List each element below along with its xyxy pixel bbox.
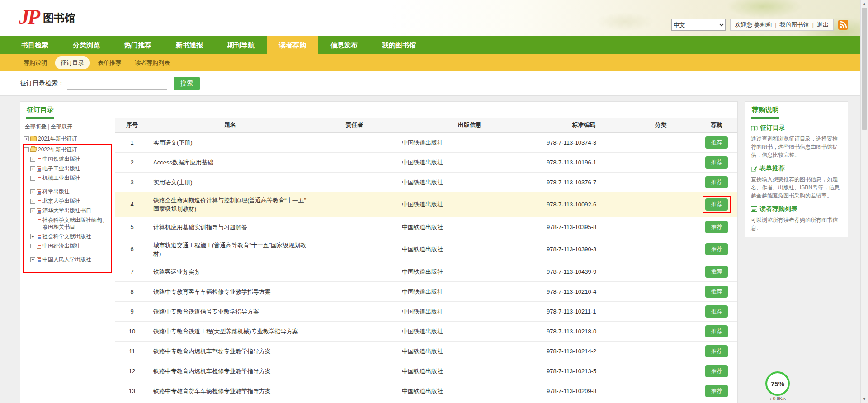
expand-icon[interactable]: + (30, 166, 35, 171)
recommend-button[interactable]: 推荐 (705, 176, 728, 188)
expand-icon[interactable]: + (30, 234, 35, 239)
expand-all-link[interactable]: 全部展开 (51, 123, 72, 130)
cell-no: 14 (115, 401, 149, 403)
recommend-button[interactable]: 推荐 (705, 243, 728, 255)
subnav-item-表单推荐[interactable]: 表单推荐 (92, 56, 127, 69)
cell-publisher: 中国铁道出版社 (397, 301, 542, 321)
recommend-button[interactable]: 推荐 (705, 266, 728, 278)
nav-item-新书通报[interactable]: 新书通报 (164, 36, 215, 54)
tree-item-中国经济出版社[interactable]: −中国经济出版社 (30, 241, 110, 251)
recommend-button[interactable]: 推荐 (705, 198, 728, 211)
cell-category (626, 262, 696, 281)
nav-item-读者荐购[interactable]: 读者荐购 (267, 36, 318, 54)
tree-item-科学出版社[interactable]: +科学出版社 (30, 187, 110, 197)
subnav-item-征订目录[interactable]: 征订目录 (55, 56, 90, 69)
expand-icon[interactable]: + (24, 136, 29, 141)
nav-item-分类浏览[interactable]: 分类浏览 (61, 36, 112, 54)
tree-item-社会科学文献出版社缅甸、泰国相关书目[interactable]: 社会科学文献出版社缅甸、泰国相关书目 (30, 216, 110, 232)
tree-item-清华大学出版社书目[interactable]: +清华大学出版社书目 (30, 206, 110, 216)
rss-icon[interactable] (838, 20, 848, 30)
cell-author (311, 381, 397, 401)
tree-item-社会科学文献出版社[interactable]: +社会科学文献出版社 (30, 232, 110, 241)
scrollbar-up-arrow[interactable]: ▲ (861, 0, 868, 8)
sidebar-section-link[interactable]: 征订目录 (751, 124, 842, 132)
folder-icon (30, 136, 37, 141)
tree-item-北京大学出版社[interactable]: +北京大学出版社 (30, 197, 110, 206)
tree-item-label: 中国人民大学出版社 (42, 256, 110, 263)
tree-item-中国人民大学出版社[interactable]: −中国人民大学出版社 (30, 255, 110, 264)
nav-item-信息发布[interactable]: 信息发布 (318, 36, 370, 54)
page-scrollbar[interactable]: ▲ ▼ (860, 0, 868, 403)
folder-open-icon (30, 147, 37, 152)
recommend-button[interactable]: 推荐 (705, 365, 728, 377)
recommend-button[interactable]: 推荐 (705, 325, 728, 337)
recommend-button[interactable]: 推荐 (705, 136, 728, 149)
scrollbar-thumb[interactable] (862, 8, 867, 130)
sidebar-sections: 征订目录通过查询和浏览征订目录，选择要推荐的图书，这些图书信息由图书馆提供，信息… (745, 118, 848, 232)
recommend-button[interactable]: 推荐 (705, 156, 728, 169)
recommend-button[interactable]: 推荐 (705, 221, 728, 233)
cell-publisher: 中国铁道出版社 (397, 381, 542, 401)
doc-icon (37, 244, 41, 249)
expand-icon[interactable]: + (30, 189, 35, 194)
cell-isbn: 978-7-113-10210-4 (542, 281, 626, 301)
tree-item-label: 清华大学出版社书目 (42, 207, 110, 214)
nav-item-热门推荐[interactable]: 热门推荐 (112, 36, 164, 54)
cell-title: 铁路中专教育电力机车检修专业教学指导方案 (149, 401, 311, 403)
cell-publisher: 中国铁道出版社 (397, 262, 542, 281)
cell-recommend: 推荐 (696, 321, 737, 341)
logout-link[interactable]: 退出 (817, 21, 829, 29)
cell-author (311, 152, 397, 172)
search-input[interactable] (67, 77, 167, 90)
subnav-item-荐购说明[interactable]: 荐购说明 (18, 56, 52, 69)
expand-icon[interactable]: + (30, 199, 35, 204)
recommend-button[interactable]: 推荐 (705, 286, 728, 298)
tree-item-电子工业出版社[interactable]: +电子工业出版社 (30, 164, 110, 173)
cell-category (626, 401, 696, 403)
tree-item-2021年新书征订[interactable]: +2021年新书征订 (24, 134, 112, 144)
my-library-link[interactable]: 我的图书馆 (780, 21, 809, 29)
sidebar-section-link[interactable]: 表单推荐 (751, 164, 842, 173)
cell-publisher: 中国铁道出版社 (397, 341, 542, 361)
sidebar-section-link[interactable]: 读者荐购列表 (751, 205, 842, 213)
scrollbar-down-arrow[interactable]: ▼ (861, 395, 868, 403)
cell-author (311, 301, 397, 321)
collapse-all-link[interactable]: 全部折叠 (25, 123, 47, 130)
cell-title: 实用语文(上册) (149, 172, 311, 192)
expand-icon[interactable]: + (30, 157, 35, 162)
nav-item-书目检索[interactable]: 书目检索 (9, 36, 61, 54)
download-widget[interactable]: 75% ↓ 0.9K/s (761, 371, 794, 401)
tree-item-机械工业出版社[interactable]: −机械工业出版社 (30, 173, 110, 183)
cell-title: 铁路中专教育货车车辆检修专业教学指导方案 (149, 381, 311, 401)
subnav-item-读者荐购列表[interactable]: 读者荐购列表 (129, 56, 175, 69)
tree-item-label: 社会科学文献出版社缅甸、泰国相关书目 (42, 217, 110, 230)
tree-item-中国铁道出版社[interactable]: +中国铁道出版社 (30, 155, 110, 164)
recommend-button[interactable]: 推荐 (705, 345, 728, 357)
book-table-header: 序号题名责任者出版信息标准编码分类荐购 (115, 118, 737, 132)
cell-publisher: 中国铁道出版社 (397, 237, 542, 262)
cell-publisher: 中国铁道出版社 (397, 361, 542, 381)
column-header-标准编码: 标准编码 (542, 118, 626, 132)
collapse-icon[interactable]: − (30, 176, 35, 181)
collapse-icon[interactable]: − (24, 147, 29, 152)
download-speed: ↓ 0.9K/s (761, 396, 794, 401)
nav-item-期刊导航[interactable]: 期刊导航 (215, 36, 267, 54)
expand-icon[interactable]: + (30, 208, 35, 213)
site-name: 图书馆 (43, 11, 75, 27)
cell-author (311, 262, 397, 281)
book-table: 序号题名责任者出版信息标准编码分类荐购 1实用语文(下册)中国铁道出版社978-… (115, 118, 737, 403)
collapse-icon[interactable]: − (30, 257, 35, 262)
language-select[interactable]: 中文 (671, 19, 726, 31)
nav-item-我的图书馆[interactable]: 我的图书馆 (370, 36, 428, 54)
download-progress-circle[interactable]: 75% (765, 371, 790, 396)
recommend-button[interactable]: 推荐 (705, 305, 728, 318)
table-row: 10铁路中专教育铁道工程(大型养路机械)专业教学指导方案中国铁道出版社978-7… (115, 321, 737, 341)
search-button[interactable]: 搜索 (174, 77, 200, 90)
sidebar-section-desc: 可以浏览所有读者荐购的所有图书信息。 (751, 216, 842, 232)
cell-no: 1 (115, 132, 149, 152)
table-row: 9铁路中专教育铁道信号专业教学指导方案中国铁道出版社978-7-113-1021… (115, 301, 737, 321)
collapse-icon[interactable]: − (30, 244, 35, 248)
tree-item-2022年新书征订[interactable]: −2022年新书征订 (24, 145, 110, 155)
cell-author (311, 237, 397, 262)
recommend-button[interactable]: 推荐 (705, 385, 728, 397)
